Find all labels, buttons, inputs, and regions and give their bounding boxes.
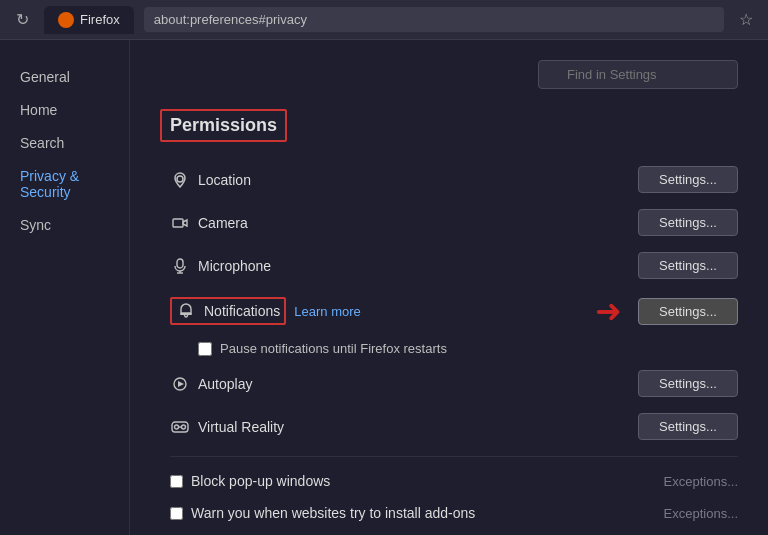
vr-settings-button[interactable]: Settings... — [638, 413, 738, 440]
sidebar-item-home[interactable]: Home — [4, 94, 125, 126]
svg-rect-1 — [173, 219, 183, 227]
microphone-settings-button[interactable]: Settings... — [638, 252, 738, 279]
refresh-button[interactable]: ↻ — [10, 8, 34, 32]
notifications-label: Notifications — [204, 303, 280, 319]
permission-row-microphone: Microphone Settings... — [170, 244, 738, 287]
url-bar[interactable]: about:preferences#privacy — [144, 7, 724, 32]
browser-tab[interactable]: Firefox — [44, 6, 134, 34]
location-settings-button[interactable]: Settings... — [638, 166, 738, 193]
browser-chrome: ↻ Firefox about:preferences#privacy ☆ — [0, 0, 768, 40]
location-label: Location — [198, 172, 251, 188]
permissions-section: Permissions Location Settings... — [160, 109, 738, 529]
svg-point-9 — [175, 425, 179, 429]
permission-row-notifications: Notifications Learn more ➜ Settings... — [170, 287, 738, 335]
svg-point-10 — [182, 425, 186, 429]
notifications-box: Notifications — [170, 297, 286, 325]
permission-row-vr: Virtual Reality Settings... — [170, 405, 738, 448]
microphone-icon — [170, 256, 190, 276]
permission-row-location: Location Settings... — [170, 158, 738, 201]
sidebar-item-privacy[interactable]: Privacy & Security — [4, 160, 125, 208]
block-popups-label: Block pop-up windows — [191, 473, 330, 489]
arrow-icon: ➜ — [595, 295, 622, 327]
block-popups-exceptions[interactable]: Exceptions... — [664, 474, 738, 489]
bookmark-button[interactable]: ☆ — [734, 8, 758, 32]
notifications-learn-more[interactable]: Learn more — [294, 304, 360, 319]
permission-row-camera: Camera Settings... — [170, 201, 738, 244]
section-divider — [170, 456, 738, 457]
camera-label: Camera — [198, 215, 248, 231]
camera-settings-button[interactable]: Settings... — [638, 209, 738, 236]
permission-row-autoplay: Autoplay Settings... — [170, 362, 738, 405]
find-bar: 🔍 — [160, 60, 738, 89]
permission-row-popups: Block pop-up windows Exceptions... — [170, 465, 738, 497]
permissions-title: Permissions — [160, 109, 287, 142]
content-area: General Home Search Privacy & Security S… — [0, 40, 768, 535]
svg-rect-3 — [177, 259, 183, 268]
location-icon — [170, 170, 190, 190]
warn-addons-exceptions[interactable]: Exceptions... — [664, 506, 738, 521]
svg-point-0 — [177, 176, 183, 182]
tab-label: Firefox — [80, 12, 120, 27]
permission-row-addons: Warn you when websites try to install ad… — [170, 497, 738, 529]
sidebar-item-search[interactable]: Search — [4, 127, 125, 159]
sidebar-item-general[interactable]: General — [4, 61, 125, 93]
autoplay-settings-button[interactable]: Settings... — [638, 370, 738, 397]
autoplay-label: Autoplay — [198, 376, 252, 392]
permissions-list: Location Settings... Camera — [170, 158, 738, 529]
pause-notifications-checkbox[interactable] — [198, 342, 212, 356]
camera-icon — [170, 213, 190, 233]
sidebar: General Home Search Privacy & Security S… — [0, 40, 130, 535]
warn-addons-label: Warn you when websites try to install ad… — [191, 505, 475, 521]
arrow-container: ➜ Settings... — [361, 295, 738, 327]
vr-icon — [170, 417, 190, 437]
sidebar-item-sync[interactable]: Sync — [4, 209, 125, 241]
main-content: 🔍 Permissions Locatio — [130, 40, 768, 535]
url-text: about:preferences#privacy — [154, 12, 307, 27]
svg-rect-6 — [180, 313, 192, 315]
autoplay-icon — [170, 374, 190, 394]
pause-notifications-label: Pause notifications until Firefox restar… — [220, 341, 447, 356]
pause-notifications-row: Pause notifications until Firefox restar… — [170, 335, 738, 362]
find-input-wrapper: 🔍 — [538, 60, 738, 89]
firefox-icon — [58, 12, 74, 28]
notifications-icon — [176, 301, 196, 321]
warn-addons-checkbox[interactable] — [170, 507, 183, 520]
block-popups-checkbox[interactable] — [170, 475, 183, 488]
find-settings-input[interactable] — [538, 60, 738, 89]
vr-label: Virtual Reality — [198, 419, 284, 435]
notifications-settings-button[interactable]: Settings... — [638, 298, 738, 325]
microphone-label: Microphone — [198, 258, 271, 274]
